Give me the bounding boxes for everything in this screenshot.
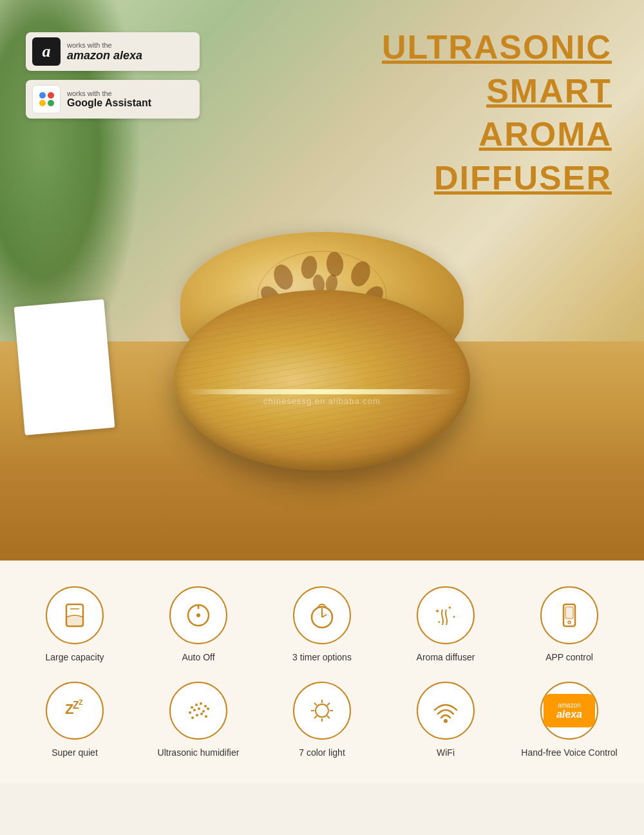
google-badge-text: works with the Google Assistant <box>67 90 151 109</box>
feature-large-capacity: Large capacity <box>13 580 137 669</box>
feature-label-aroma: Aroma diffuser <box>417 652 475 662</box>
svg-point-44 <box>207 707 209 710</box>
feature-label-auto-off: Auto Off <box>182 652 214 662</box>
title-line-1: ULTRASONIC <box>382 26 612 70</box>
feature-icon-humidifier <box>169 682 227 740</box>
feature-label-timer: 3 timer options <box>292 652 352 662</box>
hero-image: chinesessg.en.alibaba.com a works with t… <box>0 0 644 561</box>
feature-icon-color-light <box>293 682 351 740</box>
features-grid: Large capacity Auto Off <box>13 580 631 764</box>
svg-point-58 <box>444 719 448 723</box>
feature-auto-off: Auto Off <box>137 580 260 669</box>
feature-label-wifi: WiFi <box>437 747 455 758</box>
feature-humidifier: Ultrasonic humidifier <box>137 675 260 764</box>
feature-icon-voice-control: amazon alexa <box>540 682 598 740</box>
svg-point-40 <box>189 711 191 714</box>
svg-line-25 <box>322 615 327 617</box>
watermark: chinesessg.en.alibaba.com <box>263 396 381 406</box>
led-strip <box>187 389 457 394</box>
svg-line-57 <box>314 716 317 718</box>
badge-container: a works with the amazon alexa works with… <box>26 32 200 119</box>
alexa-badge-text: works with the amazon alexa <box>67 41 142 62</box>
svg-point-42 <box>198 707 200 710</box>
title-line-4: DIFFUSER <box>382 157 612 200</box>
svg-point-32 <box>568 621 571 624</box>
svg-point-37 <box>195 704 198 706</box>
feature-icon-aroma: ✦ ✦ ✦ ✦ <box>417 586 475 644</box>
photo-frame-decoration <box>14 299 115 435</box>
svg-rect-31 <box>565 607 573 619</box>
svg-point-38 <box>200 702 202 705</box>
google-icon <box>32 85 61 113</box>
svg-rect-17 <box>66 617 83 626</box>
svg-point-45 <box>191 716 194 719</box>
svg-text:✦: ✦ <box>448 605 452 611</box>
svg-line-56 <box>327 703 330 705</box>
svg-point-3 <box>325 251 344 277</box>
feature-icon-app <box>540 586 598 644</box>
svg-point-49 <box>316 704 328 717</box>
feature-voice-control: amazon alexa Hand-free Voice Control <box>507 675 631 764</box>
feature-timer: 3 timer options <box>260 580 384 669</box>
alexa-icon: a <box>32 37 61 66</box>
feature-label-large-capacity: Large capacity <box>45 652 104 662</box>
svg-point-39 <box>204 705 207 707</box>
feature-icon-large-capacity <box>46 586 104 644</box>
feature-icon-quiet: Z Z Z <box>46 682 104 740</box>
svg-text:Z: Z <box>79 698 83 706</box>
diffuser-base <box>174 290 470 470</box>
svg-point-21 <box>196 613 200 617</box>
product-title: ULTRASONIC SMART AROMA DIFFUSER <box>382 26 612 200</box>
feature-label-color-light: 7 color light <box>299 747 345 758</box>
feature-aroma: ✦ ✦ ✦ ✦ Aroma diffuser <box>384 580 507 669</box>
svg-line-55 <box>327 716 330 718</box>
feature-label-humidifier: Ultrasonic humidifier <box>158 747 240 758</box>
svg-text:✦: ✦ <box>452 615 456 619</box>
feature-wifi: WiFi <box>384 675 507 764</box>
svg-point-4 <box>348 258 374 289</box>
feature-label-quiet: Super quiet <box>52 747 98 758</box>
feature-label-voice-control: Hand-free Voice Control <box>521 747 617 758</box>
svg-line-54 <box>314 703 317 705</box>
svg-point-36 <box>191 706 193 709</box>
google-badge: works with the Google Assistant <box>26 80 200 119</box>
title-line-2: SMART <box>382 70 612 113</box>
feature-icon-wifi <box>417 682 475 740</box>
alexa-badge: a works with the amazon alexa <box>26 32 200 71</box>
feature-label-app: APP control <box>545 652 593 662</box>
svg-text:✦: ✦ <box>435 608 440 615</box>
svg-point-41 <box>193 709 196 711</box>
diffuser-product <box>167 226 477 470</box>
feature-icon-auto-off <box>169 586 227 644</box>
svg-point-46 <box>196 714 198 716</box>
feature-quiet: Z Z Z Super quiet <box>13 675 137 764</box>
svg-point-48 <box>205 715 207 718</box>
svg-point-47 <box>200 713 203 715</box>
feature-app: APP control <box>507 580 631 669</box>
feature-icon-timer <box>293 586 351 644</box>
svg-point-43 <box>202 710 205 713</box>
title-line-3: AROMA <box>382 113 612 157</box>
svg-text:✦: ✦ <box>437 620 441 624</box>
feature-color-light: 7 color light <box>260 675 384 764</box>
features-section: Large capacity Auto Off <box>0 561 644 783</box>
